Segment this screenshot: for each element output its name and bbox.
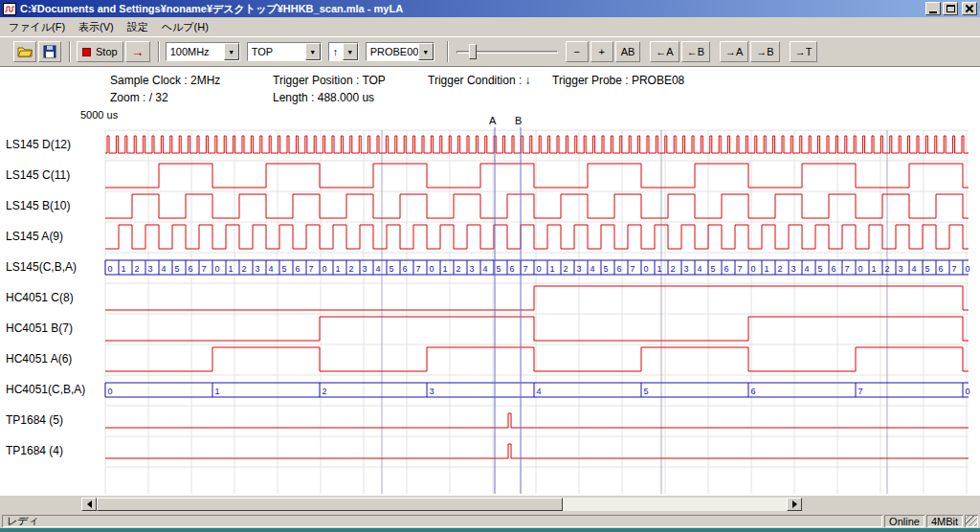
stop-button-label: Stop: [96, 46, 118, 57]
menu-file[interactable]: ファイル(F): [2, 18, 72, 36]
status-bar: レディ Online 4MBit: [0, 514, 980, 528]
bus-value: 0: [537, 264, 542, 274]
bus-value: 1: [443, 264, 448, 274]
stop-button[interactable]: Stop: [77, 41, 123, 62]
channel-label: LS145 A(9): [6, 230, 63, 243]
cursor-b-left-button[interactable]: ←B: [681, 41, 710, 62]
status-memory: 4MBit: [926, 515, 963, 527]
bus-value: 4: [590, 264, 595, 274]
resize-grip[interactable]: [965, 515, 978, 527]
bus-value: 3: [256, 264, 260, 274]
bus-value: 5: [604, 264, 609, 274]
zoom-slider-thumb[interactable]: [469, 44, 477, 59]
bus-value: 2: [564, 264, 568, 274]
app-window: C:¥Documents and Settings¥noname¥デスクトップ¥…: [0, 0, 980, 528]
app-icon: [3, 3, 16, 15]
stop-icon: [82, 48, 91, 56]
bus-value: 4: [537, 387, 542, 396]
bus-value: 2: [349, 264, 354, 274]
bus-value: 0: [966, 387, 970, 396]
bus-value: 3: [470, 264, 475, 274]
channel-label: HC4051 B(7): [6, 321, 73, 335]
trigger-edge-combo[interactable]: ↑ ▼: [328, 42, 359, 61]
bus-value: 5: [925, 264, 930, 274]
bus-value: 0: [215, 264, 220, 274]
bus-value: 1: [229, 264, 234, 274]
bus-value: 7: [523, 264, 528, 274]
bus-value: 5: [282, 264, 287, 274]
trigger-probe-value: PROBE00: [367, 43, 418, 60]
channel-label-column: LS145 D(12)LS145 C(11)LS145 B(10)LS145 A…: [0, 67, 102, 496]
trigger-position-text: Trigger Position : TOP: [273, 74, 386, 87]
length-text: Length : 488.000 us: [273, 91, 374, 104]
channel-label: TP1684 (4): [6, 444, 63, 457]
ab-span-button[interactable]: AB: [615, 41, 641, 62]
trigger-probe-text: Trigger Probe : PROBE08: [552, 74, 684, 87]
chevron-down-icon[interactable]: ▼: [305, 43, 321, 60]
trigger-probe-combo[interactable]: PROBE00 ▼: [366, 42, 434, 61]
run-arrow-icon: →: [131, 45, 145, 58]
run-button[interactable]: →: [125, 41, 150, 62]
bus-value: 0: [858, 264, 863, 274]
save-button[interactable]: [38, 41, 61, 62]
bus-value: 0: [323, 264, 327, 274]
bus-value: 3: [577, 264, 582, 274]
open-button[interactable]: [13, 41, 36, 62]
toolbar-separator: [447, 41, 449, 62]
cursor-a-right-button[interactable]: →A: [720, 41, 748, 62]
status-online: Online: [884, 515, 924, 527]
horizontal-scrollbar[interactable]: [81, 498, 802, 511]
bus-value: 6: [403, 264, 408, 274]
sampling-rate-combo[interactable]: 100MHz ▼: [166, 42, 240, 61]
bus-value: 3: [791, 264, 796, 274]
chevron-down-icon[interactable]: ▼: [224, 43, 239, 60]
menu-help[interactable]: ヘルプ(H): [155, 18, 215, 36]
scroll-left-button[interactable]: [81, 498, 97, 511]
bus-value: 5: [497, 264, 501, 274]
channel-label: HC4051 A(6): [6, 352, 72, 366]
minimize-button[interactable]: [925, 2, 941, 15]
trigger-condition-text: Trigger Condition : ↓: [428, 74, 531, 87]
toolbar-separator: [69, 41, 71, 62]
bus-value: 2: [885, 264, 890, 274]
bus-value: 0: [108, 387, 113, 396]
cursor-a-label[interactable]: A: [489, 115, 496, 126]
bus-value: 6: [751, 387, 756, 396]
bus-value: 6: [617, 264, 622, 274]
maximize-button[interactable]: [943, 2, 958, 15]
goto-trigger-button[interactable]: →T: [790, 41, 818, 62]
close-button[interactable]: [962, 2, 977, 15]
bus-value: 5: [175, 264, 180, 274]
bus-value: 1: [336, 264, 341, 274]
zoom-slider[interactable]: [457, 42, 558, 61]
cursor-b-right-button[interactable]: →B: [750, 41, 779, 62]
bus-value: 1: [657, 264, 662, 274]
scroll-right-button[interactable]: [787, 498, 802, 511]
cursor-b-label[interactable]: B: [515, 115, 522, 126]
scrollbar-thumb[interactable]: [97, 498, 563, 511]
bus-value: 4: [269, 264, 274, 274]
cursor-a-left-button[interactable]: ←A: [650, 41, 679, 62]
bus-value: 1: [872, 264, 877, 274]
bus-value: 3: [363, 264, 368, 274]
channel-label: HC4051(C,B,A): [6, 383, 85, 396]
zoom-out-button[interactable]: −: [566, 41, 589, 62]
menu-view[interactable]: 表示(V): [72, 18, 121, 36]
bus-value: 0: [108, 264, 113, 274]
bus-value: 2: [778, 264, 783, 274]
zoom-in-button[interactable]: +: [590, 41, 613, 62]
bus-value: 3: [148, 264, 153, 274]
bus-value: 6: [724, 264, 729, 274]
chevron-down-icon[interactable]: ▼: [343, 43, 358, 60]
bus-value: 1: [122, 264, 126, 274]
title-bar[interactable]: C:¥Documents and Settings¥noname¥デスクトップ¥…: [0, 0, 980, 17]
menu-settings[interactable]: 設定: [121, 18, 155, 36]
channel-label: TP1684 (5): [6, 413, 63, 427]
bus-value: 5: [711, 264, 716, 274]
trigger-position-combo[interactable]: TOP ▼: [247, 42, 322, 61]
waveform-canvas[interactable]: 0123456701234567012345670123456701234567…: [0, 67, 980, 496]
bus-value: 3: [684, 264, 689, 274]
chevron-down-icon[interactable]: ▼: [418, 43, 434, 60]
bus-value: 7: [738, 264, 743, 274]
trigger-position-value: TOP: [248, 43, 305, 60]
